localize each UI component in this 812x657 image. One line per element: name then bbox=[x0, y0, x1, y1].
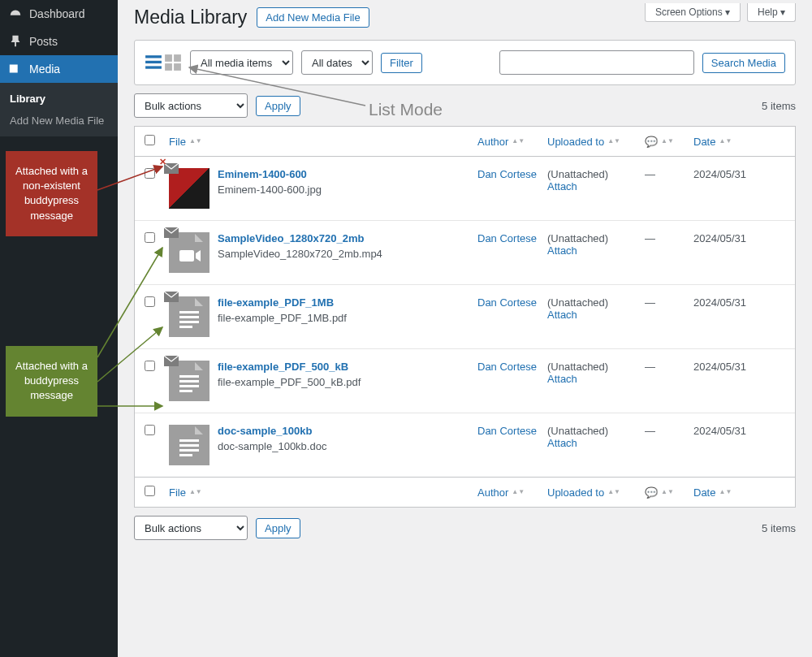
attachment-status: (Unattached) bbox=[547, 425, 608, 437]
attach-link[interactable]: Attach bbox=[547, 180, 577, 192]
attachment-status: (Unattached) bbox=[547, 361, 608, 373]
col-uploaded-to[interactable]: Uploaded to▲▼ bbox=[547, 136, 620, 148]
author-link[interactable]: Dan Cortese bbox=[477, 296, 537, 309]
envelope-bad-icon bbox=[164, 163, 179, 174]
table-row: file-example_PDF_500_kBfile-example_PDF_… bbox=[135, 349, 795, 413]
col-date[interactable]: Date▲▼ bbox=[693, 136, 732, 148]
col-file[interactable]: File▲▼ bbox=[169, 136, 202, 148]
media-title-link[interactable]: Eminem-1400-600 bbox=[218, 168, 322, 180]
media-filename: SampleVideo_1280x720_2mb.mp4 bbox=[218, 248, 382, 260]
media-date: 2024/05/31 bbox=[693, 296, 775, 309]
bulk-apply-button[interactable]: Apply bbox=[256, 96, 300, 116]
author-link[interactable]: Dan Cortese bbox=[477, 425, 537, 437]
media-table: File▲▼ Author▲▼ Uploaded to▲▼ 💬▲▼ Date▲▼… bbox=[134, 126, 796, 508]
row-checkbox[interactable] bbox=[145, 296, 155, 307]
comment-count: — bbox=[645, 425, 693, 437]
media-filename: Eminem-1400-600.jpg bbox=[218, 184, 322, 196]
select-all-checkbox-bottom[interactable] bbox=[145, 486, 155, 496]
bulk-apply-button-bottom[interactable]: Apply bbox=[256, 518, 300, 538]
svg-rect-14 bbox=[179, 326, 192, 328]
item-count-bottom: 5 items bbox=[762, 522, 796, 534]
screen-options-button[interactable]: Screen Options ▾ bbox=[645, 3, 741, 22]
sidebar-item-dashboard[interactable]: Dashboard bbox=[0, 0, 118, 28]
svg-rect-16 bbox=[179, 375, 199, 378]
search-media-button[interactable]: Search Media bbox=[702, 53, 785, 73]
media-title-link[interactable]: SampleVideo_1280x720_2mb bbox=[218, 232, 382, 244]
col-author[interactable]: Author▲▼ bbox=[477, 486, 525, 499]
grid-view-icon[interactable] bbox=[164, 54, 182, 71]
svg-rect-5 bbox=[165, 63, 172, 71]
comment-icon: 💬 bbox=[645, 136, 658, 148]
attach-link[interactable]: Attach bbox=[547, 309, 577, 321]
col-author[interactable]: Author▲▼ bbox=[477, 136, 525, 148]
svg-rect-9 bbox=[179, 250, 194, 262]
main-content: Screen Options ▾ Help ▾ Media Library Ad… bbox=[118, 0, 812, 657]
bulk-action-select-bottom[interactable]: Bulk actions bbox=[134, 516, 248, 540]
svg-rect-23 bbox=[179, 454, 192, 456]
media-type-filter[interactable]: All media items bbox=[190, 50, 293, 75]
attach-link[interactable]: Attach bbox=[547, 373, 577, 385]
media-thumbnail bbox=[169, 425, 209, 465]
col-comments[interactable]: 💬▲▼ bbox=[645, 486, 674, 499]
media-thumbnail bbox=[169, 296, 209, 337]
media-title-link[interactable]: file-example_PDF_1MB bbox=[218, 296, 347, 309]
row-checkbox[interactable] bbox=[145, 232, 155, 243]
col-file[interactable]: File▲▼ bbox=[169, 486, 202, 499]
date-filter[interactable]: All dates bbox=[301, 50, 373, 75]
svg-rect-21 bbox=[179, 444, 199, 447]
callout-buddypress-message: Attached with a buddypress message bbox=[6, 346, 97, 417]
svg-rect-2 bbox=[145, 66, 162, 68]
svg-rect-22 bbox=[179, 449, 199, 452]
sidebar-sub-library[interactable]: Library bbox=[0, 88, 118, 110]
col-uploaded-to[interactable]: Uploaded to▲▼ bbox=[547, 486, 620, 499]
col-comments[interactable]: 💬▲▼ bbox=[645, 136, 674, 148]
row-checkbox[interactable] bbox=[145, 425, 155, 435]
comment-count: — bbox=[645, 296, 693, 309]
svg-rect-4 bbox=[174, 54, 181, 62]
pin-icon bbox=[8, 34, 23, 49]
svg-rect-1 bbox=[145, 61, 162, 63]
table-row: file-example_PDF_1MBfile-example_PDF_1MB… bbox=[135, 285, 795, 349]
row-checkbox[interactable] bbox=[145, 168, 155, 179]
svg-rect-11 bbox=[179, 311, 199, 313]
sidebar-item-posts[interactable]: Posts bbox=[0, 28, 118, 55]
author-link[interactable]: Dan Cortese bbox=[477, 168, 537, 180]
sidebar-sub-add[interactable]: Add New Media File bbox=[0, 110, 118, 132]
filter-bar: All media items All dates Filter Search … bbox=[134, 40, 796, 85]
sidebar-item-media[interactable]: Media bbox=[0, 55, 118, 83]
svg-rect-20 bbox=[179, 439, 199, 442]
col-date[interactable]: Date▲▼ bbox=[693, 486, 732, 499]
media-thumbnail bbox=[169, 168, 209, 209]
select-all-checkbox[interactable] bbox=[145, 135, 155, 145]
attach-link[interactable]: Attach bbox=[547, 244, 577, 257]
add-new-media-button[interactable]: Add New Media File bbox=[257, 7, 369, 28]
help-button[interactable]: Help ▾ bbox=[747, 3, 796, 22]
comment-count: — bbox=[645, 232, 693, 244]
media-icon bbox=[8, 62, 23, 76]
media-filename: doc-sample_100kb.doc bbox=[218, 440, 326, 452]
table-row: Eminem-1400-600Eminem-1400-600.jpgDan Co… bbox=[135, 157, 795, 221]
author-link[interactable]: Dan Cortese bbox=[477, 361, 537, 373]
envelope-icon bbox=[164, 227, 179, 238]
media-filename: file-example_PDF_500_kB.pdf bbox=[218, 376, 361, 388]
bulk-action-select[interactable]: Bulk actions bbox=[134, 93, 248, 118]
row-checkbox[interactable] bbox=[145, 361, 155, 371]
media-search-input[interactable] bbox=[499, 50, 694, 75]
media-title-link[interactable]: file-example_PDF_500_kB bbox=[218, 361, 361, 373]
author-link[interactable]: Dan Cortese bbox=[477, 232, 537, 244]
svg-rect-13 bbox=[179, 321, 199, 323]
comment-count: — bbox=[645, 361, 693, 373]
svg-rect-12 bbox=[179, 316, 199, 318]
filter-button[interactable]: Filter bbox=[381, 53, 422, 73]
svg-rect-19 bbox=[179, 390, 192, 392]
attach-link[interactable]: Attach bbox=[547, 437, 577, 449]
table-header: File▲▼ Author▲▼ Uploaded to▲▼ 💬▲▼ Date▲▼ bbox=[135, 127, 795, 157]
media-title-link[interactable]: doc-sample_100kb bbox=[218, 425, 326, 437]
table-row: SampleVideo_1280x720_2mbSampleVideo_1280… bbox=[135, 221, 795, 285]
top-options: Screen Options ▾ Help ▾ bbox=[645, 3, 796, 22]
comment-count: — bbox=[645, 168, 693, 180]
svg-rect-3 bbox=[165, 54, 172, 62]
sidebar-label: Dashboard bbox=[29, 7, 85, 20]
svg-rect-6 bbox=[174, 63, 181, 71]
list-view-icon[interactable] bbox=[145, 54, 162, 71]
